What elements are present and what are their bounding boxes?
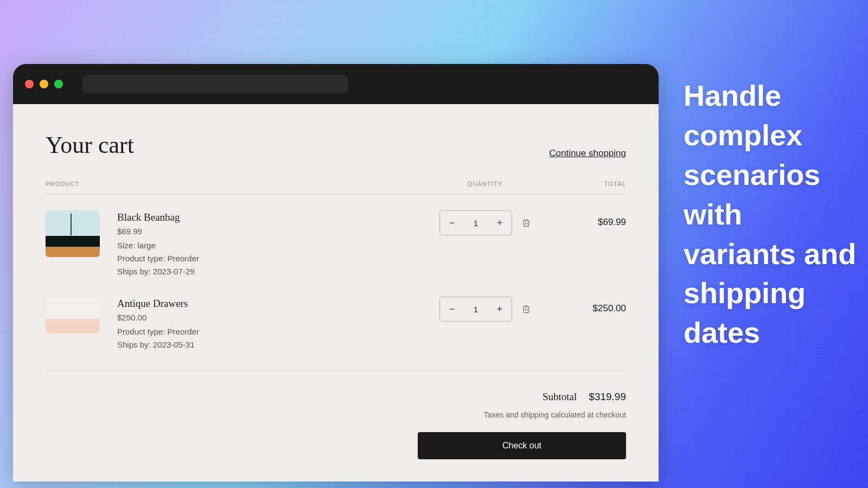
increase-qty-button[interactable]: + [488,211,512,235]
product-meta: Product type: Preorder [117,325,199,338]
trash-icon[interactable] [522,218,531,228]
divider [46,370,626,370]
quantity-stepper: − 1 + [439,297,512,322]
col-total: TOTAL [539,181,626,187]
product-meta: Product type: Preorder [117,252,199,265]
product-image[interactable] [46,297,100,333]
cart-row: Black Beanbag $69.99 Size: large Product… [46,210,626,278]
product-name[interactable]: Antique Drawers [117,298,199,310]
subtotal-value: $319.99 [589,391,626,403]
url-bar[interactable] [82,75,348,93]
quantity-value: 1 [464,305,488,314]
product-price: $250.00 [117,313,199,322]
cart-summary: Subtotal $319.99 Taxes and shipping calc… [46,391,626,459]
browser-window: Your cart Continue shopping PRODUCT QUAN… [13,64,659,481]
decrease-qty-button[interactable]: − [440,297,464,321]
product-image[interactable] [46,210,100,257]
window-titlebar [13,64,659,104]
close-window-icon[interactable] [25,80,34,88]
tax-shipping-note: Taxes and shipping calculated at checkou… [484,410,626,419]
quantity-stepper: − 1 + [439,210,512,235]
maximize-window-icon[interactable] [54,80,63,88]
quantity-value: 1 [464,219,488,228]
col-quantity: QUANTITY [431,181,539,187]
continue-shopping-link[interactable]: Continue shopping [549,148,626,159]
line-total: $250.00 [539,297,626,314]
product-meta: Ships by: 2023-05-31 [117,338,199,351]
product-meta: Size: large [117,239,199,252]
product-name[interactable]: Black Beanbag [117,211,199,223]
checkout-button[interactable]: Check out [418,432,626,459]
minimize-window-icon[interactable] [40,80,48,88]
product-meta: Ships by: 2023-07-29 [117,265,199,278]
product-price: $69.99 [117,227,199,236]
subtotal-label: Subtotal [542,391,577,403]
increase-qty-button[interactable]: + [488,297,512,321]
decrease-qty-button[interactable]: − [440,211,464,235]
trash-icon[interactable] [522,304,531,314]
traffic-lights [25,80,63,88]
line-total: $69.99 [539,210,626,228]
cart-row: Antique Drawers $250.00 Product type: Pr… [46,297,626,351]
cart-table-header: PRODUCT QUANTITY TOTAL [46,181,626,195]
col-product: PRODUCT [46,181,431,187]
cart-page: Your cart Continue shopping PRODUCT QUAN… [13,104,659,459]
marketing-tagline: Handle complex scenarios with variants a… [684,76,857,352]
page-title: Your cart [46,131,134,159]
